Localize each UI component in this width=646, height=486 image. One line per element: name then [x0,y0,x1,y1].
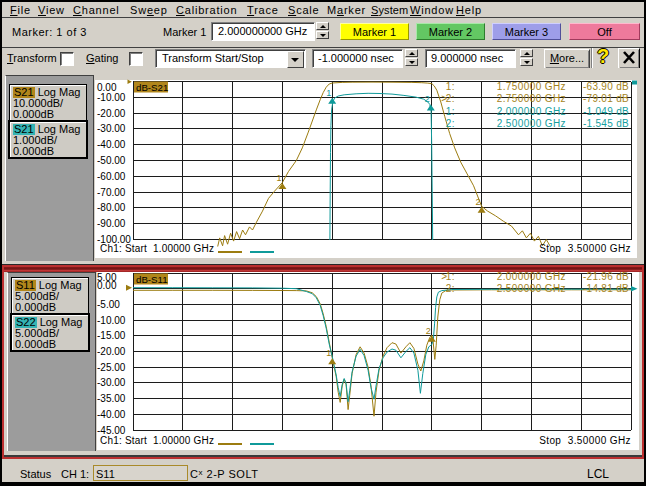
svg-text:-21.96 dB: -21.96 dB [583,271,629,282]
svg-text:Stop 3.50000 GHz: Stop 3.50000 GHz [539,435,631,446]
svg-text:-1.049 dB: -1.049 dB [583,106,629,117]
svg-text:2.500000 GHz: 2.500000 GHz [497,283,566,294]
svg-text:0.00: 0.00 [97,280,117,291]
svg-text:Stop 3.50000 GHz: Stop 3.50000 GHz [539,243,631,254]
svg-text:-14.81 dB: -14.81 dB [583,283,629,294]
svg-text:-40.00: -40.00 [97,409,126,420]
svg-text:-50.00: -50.00 [97,155,126,166]
svg-text:2: 2 [426,326,431,336]
svg-text:1: 1 [276,173,281,183]
svg-text:-5.00: -5.00 [97,299,120,310]
svg-text:2.000000 GHz: 2.000000 GHz [497,106,566,117]
svg-text:-90.00: -90.00 [97,218,126,229]
svg-text:-30.00: -30.00 [97,377,126,388]
svg-text:dB-S21: dB-S21 [136,82,168,93]
svg-text:-70.00: -70.00 [97,187,126,198]
svg-text:-10.00: -10.00 [97,92,126,103]
svg-text:2:: 2: [446,93,455,104]
svg-text:2:: 2: [446,283,455,294]
svg-text:1: 1 [326,348,331,358]
svg-text:1:: 1: [446,81,455,92]
svg-text:2.500000 GHz: 2.500000 GHz [497,118,566,129]
svg-text:-45.00: -45.00 [97,425,126,436]
svg-text:-80.00: -80.00 [97,202,126,213]
svg-text:-20.00: -20.00 [97,346,126,357]
svg-text:-1.545 dB: -1.545 dB [583,118,629,129]
svg-text:Ch1: Start 1.00000 GHz: Ch1: Start 1.00000 GHz [100,435,214,446]
svg-text:-20.00: -20.00 [97,108,126,119]
svg-text:dB-S11: dB-S11 [136,274,168,285]
svg-text:-15.00: -15.00 [97,330,126,341]
svg-text:1: 1 [326,88,331,98]
svg-text:1:: 1: [446,106,455,117]
svg-text:2: 2 [425,94,430,104]
svg-text:2: 2 [476,197,481,207]
svg-text:-79.01 dB: -79.01 dB [583,93,629,104]
svg-text:2:: 2: [446,118,455,129]
svg-text:-10.00: -10.00 [97,315,126,326]
svg-text:Ch1: Start 1.00000 GHz: Ch1: Start 1.00000 GHz [100,243,214,254]
svg-text:2.000000 GHz: 2.000000 GHz [497,271,566,282]
svg-text:2.750000 GHz: 2.750000 GHz [497,93,566,104]
svg-text:-60.00: -60.00 [97,171,126,182]
svg-text:-63.90 dB: -63.90 dB [583,81,629,92]
svg-text:1:: 1: [446,271,455,282]
svg-text:-35.00: -35.00 [97,393,126,404]
svg-text:1.750000 GHz: 1.750000 GHz [497,81,566,92]
svg-text:-25.00: -25.00 [97,362,126,373]
svg-text:-40.00: -40.00 [97,139,126,150]
svg-text:-30.00: -30.00 [97,123,126,134]
